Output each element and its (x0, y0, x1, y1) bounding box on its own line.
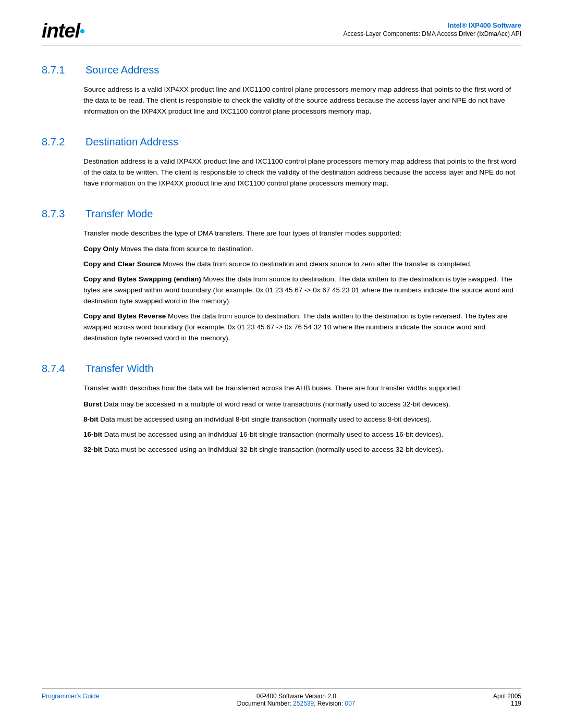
footer-right: April 2005 119 (493, 693, 521, 707)
section-title-8-7-4: Transfer Width (85, 363, 153, 375)
brand-name[interactable]: Intel® IXP400 Software (448, 21, 521, 29)
page: intel Intel® IXP400 Software Access-Laye… (0, 0, 563, 728)
section-body-8-7-2: Destination address is a valid IXP4XX pr… (83, 156, 521, 189)
terms-8-7-4: Burst Data may be accessed in a multiple… (83, 399, 521, 455)
page-footer: Programmer's Guide IXP400 Software Versi… (42, 688, 521, 707)
term-label-32bit: 32-bit (83, 446, 102, 453)
section-title-8-7-1: Source Address (85, 64, 159, 76)
term-text-16bit: Data must be accessed using an individua… (102, 430, 443, 438)
list-item: Copy and Bytes Swapping (endian) Moves t… (83, 274, 521, 307)
section-8-7-3: 8.7.3 Transfer Mode Transfer mode descri… (42, 208, 521, 344)
header-subtitle: Access-Layer Components: DMA Access Driv… (344, 30, 521, 38)
section-number-8-7-1: 8.7.1 (42, 64, 73, 76)
header-right: Intel® IXP400 Software Access-Layer Comp… (344, 21, 521, 38)
footer-docnum-prefix: Document Number: (237, 700, 293, 707)
footer-date: April 2005 (493, 693, 521, 700)
term-text-copy-clear: Moves the data from source to destinatio… (161, 260, 472, 268)
section-8-7-2: 8.7.2 Destination Address Destination ad… (42, 136, 521, 189)
section-number-8-7-2: 8.7.2 (42, 136, 73, 148)
intel-logo: intel (42, 21, 84, 41)
term-label-copy-only: Copy Only (83, 245, 119, 253)
section-heading-8-7-1: 8.7.1 Source Address (42, 64, 521, 76)
list-item: 16-bit Data must be accessed using an in… (83, 429, 521, 440)
section-8-7-4: 8.7.4 Transfer Width Transfer width desc… (42, 363, 521, 455)
list-item: 32-bit Data must be accessed using an in… (83, 445, 521, 455)
footer-guide-label: Programmer's Guide (42, 693, 99, 700)
logo-dot (80, 29, 84, 33)
footer-page-number: 119 (493, 700, 521, 707)
footer-left: Programmer's Guide (42, 693, 99, 700)
section-body-8-7-1: Source address is a valid IXP4XX product… (83, 84, 521, 117)
term-label-copy-swap: Copy and Bytes Swapping (endian) (83, 275, 201, 283)
term-label-copy-clear: Copy and Clear Source (83, 260, 161, 268)
term-text-copy-only: Moves the data from source to destinatio… (119, 245, 254, 253)
footer-version: IXP400 Software Version 2.0 (237, 693, 356, 700)
section-8-7-1: 8.7.1 Source Address Source address is a… (42, 64, 521, 117)
section-title-8-7-2: Destination Address (85, 136, 178, 148)
section-number-8-7-3: 8.7.3 (42, 208, 73, 220)
list-item: Copy and Clear Source Moves the data fro… (83, 259, 521, 270)
section-intro-8-7-3: Transfer mode describes the type of DMA … (83, 228, 521, 239)
footer-revision-value[interactable]: 007 (345, 700, 356, 707)
logo-text: intel (42, 20, 84, 42)
section-title-8-7-3: Transfer Mode (85, 208, 153, 220)
terms-8-7-3: Copy Only Moves the data from source to … (83, 244, 521, 343)
section-intro-8-7-4: Transfer width describes how the data wi… (83, 383, 521, 394)
section-heading-8-7-3: 8.7.3 Transfer Mode (42, 208, 521, 220)
term-text-burst: Data may be accessed in a multiple of wo… (102, 400, 450, 408)
list-item: 8-bit Data must be accessed using an ind… (83, 414, 521, 425)
footer-docnumber: Document Number: 252539, Revision: 007 (237, 700, 356, 707)
section-heading-8-7-4: 8.7.4 Transfer Width (42, 363, 521, 375)
page-header: intel Intel® IXP400 Software Access-Laye… (42, 21, 521, 45)
footer-center: IXP400 Software Version 2.0 Document Num… (237, 693, 356, 707)
term-label-16bit: 16-bit (83, 430, 102, 438)
term-text-8bit: Data must be accessed using an individua… (99, 415, 432, 423)
footer-revision-prefix: , Revision: (314, 700, 345, 707)
term-text-32bit: Data must be accessed using an individua… (102, 446, 443, 453)
list-item: Copy Only Moves the data from source to … (83, 244, 521, 255)
list-item: Burst Data may be accessed in a multiple… (83, 399, 521, 410)
section-number-8-7-4: 8.7.4 (42, 363, 73, 375)
term-label-copy-reverse: Copy and Bytes Reverse (83, 312, 166, 320)
list-item: Copy and Bytes Reverse Moves the data fr… (83, 311, 521, 344)
term-label-8bit: 8-bit (83, 415, 99, 423)
section-heading-8-7-2: 8.7.2 Destination Address (42, 136, 521, 148)
term-label-burst: Burst (83, 400, 102, 408)
footer-docnum-value[interactable]: 252539 (293, 700, 314, 707)
